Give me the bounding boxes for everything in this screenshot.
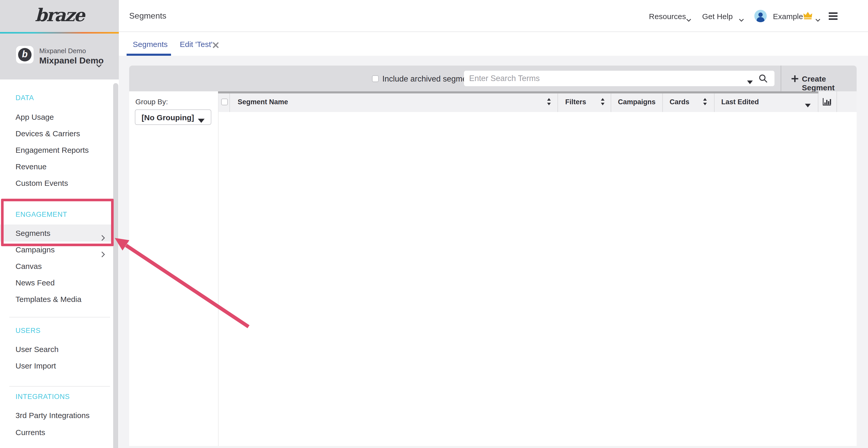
workspace-b-icon: b: [18, 48, 32, 61]
braze-logo: braze: [0, 4, 119, 26]
sidebar-item-revenue[interactable]: Revenue: [0, 159, 113, 175]
sidebar-divider: [9, 317, 110, 317]
column-separator: [714, 91, 715, 112]
workspace-company: Mixpanel Demo: [39, 47, 86, 55]
sidebar-divider: [9, 386, 110, 387]
annotation-highlight-rect: [1, 199, 114, 246]
sort-icon[interactable]: [547, 98, 551, 107]
sort-icon[interactable]: [600, 98, 605, 107]
column-separator: [836, 91, 837, 112]
search-dropdown-caret-icon[interactable]: [747, 77, 753, 86]
workspace-selector[interactable]: Mixpanel Demo: [39, 56, 103, 66]
sidebar-header: braze b Mixpanel Demo Mixpanel Demo: [0, 0, 119, 79]
tab-segments[interactable]: Segments: [133, 40, 168, 48]
column-separator: [611, 91, 611, 112]
sidebar-section-integrations: INTEGRATIONS: [16, 393, 70, 403]
include-archived-checkbox[interactable]: [372, 75, 379, 82]
sidebar-item-news-feed[interactable]: News Feed: [0, 275, 113, 291]
user-menu[interactable]: Example: [773, 12, 803, 21]
segments-toolbar: Include archived segments Create Segment: [129, 66, 857, 91]
resources-menu[interactable]: Resources: [649, 12, 686, 21]
sidebar-item-user-import[interactable]: User Import: [0, 358, 113, 374]
analytics-chart-icon[interactable]: [823, 98, 831, 108]
select-all-checkbox[interactable]: [221, 99, 228, 105]
group-by-dropdown[interactable]: [No Grouping]: [135, 109, 211, 125]
sort-desc-caret-icon[interactable]: [805, 100, 811, 109]
crown-icon: [803, 12, 813, 22]
annotation-arrow: [103, 227, 269, 341]
top-bar: Segments Resources Get Help Example: [119, 0, 868, 32]
chevron-down-icon[interactable]: [739, 14, 744, 24]
sort-icon[interactable]: [703, 98, 707, 107]
user-avatar[interactable]: [754, 10, 767, 24]
sidebar-item-app-usage[interactable]: App Usage: [0, 109, 113, 126]
chevron-down-icon[interactable]: [96, 60, 102, 70]
search-input[interactable]: [464, 71, 743, 86]
search-icon[interactable]: [758, 74, 768, 85]
sidebar-item-templates-media[interactable]: Templates & Media: [0, 291, 113, 308]
hamburger-menu-icon[interactable]: [829, 12, 838, 22]
sidebar-section-users: USERS: [16, 327, 40, 337]
sidebar-section-data: DATA: [16, 94, 34, 104]
chevron-down-icon[interactable]: [686, 14, 691, 24]
sidebar-item-devices-carriers[interactable]: Devices & Carriers: [0, 126, 113, 142]
get-help-menu[interactable]: Get Help: [702, 12, 733, 21]
create-segment-button[interactable]: Create Segment: [802, 74, 857, 92]
tab-bar: Segments Edit 'Test': [119, 32, 868, 56]
col-filters[interactable]: Filters: [565, 98, 586, 106]
sidebar-item-engagement-reports[interactable]: Engagement Reports: [0, 142, 113, 159]
dropdown-caret-icon: [198, 115, 205, 125]
col-campaigns[interactable]: Campaigns: [618, 98, 656, 106]
sidebar-item-user-search[interactable]: User Search: [0, 341, 113, 358]
col-last-edited[interactable]: Last Edited: [721, 98, 759, 106]
column-separator: [229, 91, 230, 112]
col-cards[interactable]: Cards: [670, 98, 689, 106]
sidebar-item-campaigns-label: Campaigns: [16, 245, 55, 254]
active-tab-underline: [127, 54, 171, 56]
include-archived-label: Include archived segments: [382, 74, 478, 83]
sidebar-item-canvas[interactable]: Canvas: [0, 258, 113, 275]
table-header: Segment Name Filters Campaigns Cards Las…: [218, 91, 857, 112]
chevron-down-icon[interactable]: [815, 14, 820, 24]
column-separator: [662, 91, 663, 112]
sidebar-item-currents[interactable]: Currents: [0, 424, 113, 441]
brand-gradient-divider: [0, 32, 119, 34]
close-icon[interactable]: [213, 41, 219, 50]
page-title: Segments: [129, 11, 166, 21]
plus-icon[interactable]: [792, 75, 798, 84]
column-separator: [557, 91, 558, 112]
search-field[interactable]: [464, 71, 774, 86]
tab-edit-test[interactable]: Edit 'Test': [180, 40, 213, 48]
col-segment-name[interactable]: Segment Name: [238, 98, 288, 106]
column-separator: [818, 91, 818, 112]
group-by-value: [No Grouping]: [142, 113, 194, 122]
table-horizontal-scrollbar[interactable]: [218, 91, 818, 94]
group-by-label: Group By:: [135, 98, 168, 106]
sidebar-item-custom-events[interactable]: Custom Events: [0, 175, 113, 192]
sidebar-item-3rd-party-integrations[interactable]: 3rd Party Integrations: [0, 407, 113, 424]
workspace-icon: b: [16, 46, 34, 64]
toolbar-divider: [781, 66, 781, 91]
